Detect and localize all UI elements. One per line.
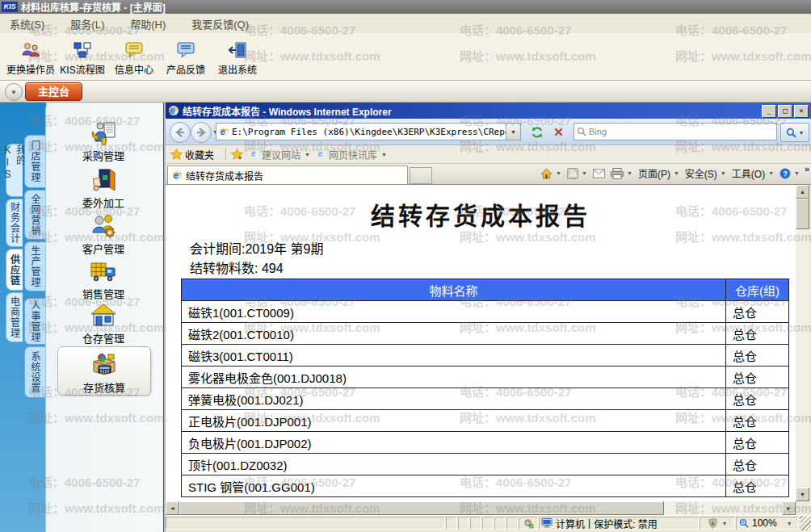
home-button[interactable]: ▼ bbox=[540, 168, 561, 179]
chevron-down-icon: ▼ bbox=[582, 170, 587, 176]
toolbar-button[interactable]: 信息中心 bbox=[108, 38, 160, 77]
warehouse-cell: 总仓 bbox=[726, 388, 789, 410]
menu-item[interactable]: 服务(L) bbox=[67, 15, 107, 33]
toolbar-button[interactable]: 退出系统 bbox=[212, 38, 263, 77]
safety-menu[interactable]: 安全(S)▼ bbox=[685, 166, 726, 180]
table-row: 负电极片(001.DJP002)总仓 bbox=[182, 432, 789, 454]
module-item[interactable]: 客户管理 bbox=[57, 213, 149, 256]
sidebar-outer-tab[interactable]: 供应链 bbox=[6, 249, 23, 291]
add-favorite-button[interactable] bbox=[231, 149, 243, 160]
exit-icon bbox=[228, 40, 247, 61]
scroll-right-icon[interactable]: ► bbox=[782, 501, 796, 515]
material-name-cell: 顶针(001.DZ0032) bbox=[182, 454, 726, 475]
warehouse-cell: 总仓 bbox=[726, 345, 789, 367]
favorites-button[interactable]: 收藏夹 bbox=[170, 148, 214, 161]
sidebar-inner-tab[interactable]: 门店管理 bbox=[24, 135, 45, 188]
read-mail-button[interactable] bbox=[593, 169, 605, 178]
menu-item[interactable]: 系统(S) bbox=[6, 15, 48, 33]
chevron-down-icon: ▼ bbox=[627, 170, 632, 176]
browser-statusbar: 计算机 | 保护模式: 禁用 ▼ 100% ▼ bbox=[166, 515, 811, 530]
report-table: 物料名称 仓库(组) 磁铁1(001.CT0009)总仓磁铁2(001.CT00… bbox=[181, 279, 789, 497]
vertical-scrollbar[interactable]: ▲ ▼ bbox=[796, 185, 809, 501]
scroll-left-icon[interactable]: ◄ bbox=[166, 501, 179, 515]
module-item[interactable]: 销售管理 bbox=[57, 258, 149, 301]
address-text[interactable]: E:\Program Files (x86)\Kingdee\K3ERP\K3E… bbox=[232, 127, 506, 137]
chevron-down-icon: ▼ bbox=[721, 170, 726, 176]
safety-menu-label: 安全(S) bbox=[685, 166, 717, 180]
tab-strip: e 结转存货成本报告 ▼ ▼ ▼ bbox=[166, 164, 811, 185]
sidebar-outer-tab[interactable]: 我的KIS bbox=[6, 144, 23, 197]
help-button[interactable]: ? ▼ bbox=[779, 168, 800, 179]
stop-button[interactable]: ✕ bbox=[548, 123, 569, 142]
minimize-button[interactable]: _ bbox=[762, 105, 776, 118]
app-titlebar: KIS 材料出库核算-存货核算 - [主界面] bbox=[0, 0, 811, 14]
scroll-down-icon[interactable]: ▼ bbox=[796, 488, 809, 501]
warehouse-cell: 总仓 bbox=[726, 301, 789, 323]
statusbar-cell bbox=[482, 517, 494, 530]
print-button[interactable]: ▼ bbox=[611, 168, 632, 179]
toolbar-button[interactable]: KIS流程图 bbox=[57, 38, 108, 77]
report-material-count: 结转物料数: 494 bbox=[190, 258, 284, 277]
menu-item[interactable]: 帮助(H) bbox=[127, 15, 169, 33]
rss-button[interactable]: ▼ bbox=[567, 168, 587, 179]
search-dropdown-icon[interactable]: ▼ bbox=[799, 130, 805, 136]
sidebar-inner-tab[interactable]: 系统设置 bbox=[24, 346, 45, 398]
warehouse-cell: 总仓 bbox=[726, 367, 789, 388]
more-commands-icon[interactable]: » bbox=[805, 164, 809, 174]
browser-navbar: ▼ e E:\Program Files (x86)\Kingdee\K3ERP… bbox=[166, 119, 811, 145]
sidebar: 我的KIS财务会计供应链电商管理门店管理全网营销生产管理人事管理系统设置 bbox=[0, 103, 46, 532]
resize-grip[interactable] bbox=[800, 516, 811, 530]
web-slices-button[interactable]: e 网页快讯库 ▼ bbox=[317, 148, 387, 161]
users-icon bbox=[21, 40, 40, 61]
scroll-up-icon[interactable]: ▲ bbox=[796, 185, 809, 199]
menu-item[interactable]: 我要反馈(Q) bbox=[188, 15, 252, 33]
search-placeholder: Bing bbox=[589, 127, 607, 136]
sidebar-outer-tab[interactable]: 电商管理 bbox=[6, 292, 23, 342]
zone-shield-button[interactable]: ▼ bbox=[700, 517, 735, 530]
search-box[interactable]: Bing bbox=[574, 123, 777, 140]
maximize-button[interactable]: □ bbox=[778, 105, 792, 118]
sidebar-inner-tab[interactable]: 人事管理 bbox=[24, 298, 45, 345]
module-item[interactable]: 采购管理 bbox=[57, 120, 149, 163]
page-menu-label: 页面(P) bbox=[638, 166, 670, 180]
forward-button[interactable] bbox=[191, 122, 212, 143]
svg-text:e: e bbox=[251, 149, 256, 158]
table-header-row: 物料名称 仓库(组) bbox=[182, 279, 789, 301]
console-dropdown-button[interactable]: ▼ bbox=[5, 83, 23, 101]
module-item[interactable]: 仓存管理 bbox=[57, 303, 149, 346]
feedback-icon bbox=[176, 40, 195, 61]
module-item[interactable]: 委外加工 bbox=[57, 167, 149, 210]
tools-menu[interactable]: 工具(O)▼ bbox=[732, 166, 774, 180]
suggested-sites-button[interactable]: e 建议网站 ▼ bbox=[250, 148, 310, 161]
outsourcing-icon bbox=[57, 167, 149, 195]
back-button[interactable] bbox=[170, 122, 191, 143]
chevron-down-icon: ▼ bbox=[768, 170, 774, 176]
warehouse-cell: 总仓 bbox=[726, 323, 789, 345]
table-row: STIG 钢管(001.GG001)总仓 bbox=[182, 475, 789, 497]
chevron-down-icon: ▼ bbox=[305, 152, 310, 157]
page-menu[interactable]: 页面(P)▼ bbox=[638, 166, 679, 180]
vertical-scroll-thumb[interactable] bbox=[796, 199, 809, 229]
search-go-button[interactable]: ▼ bbox=[780, 123, 809, 142]
sidebar-inner-tab[interactable]: 生产管理 bbox=[24, 241, 45, 291]
zoom-control[interactable]: 100% ▼ bbox=[736, 517, 799, 530]
module-item[interactable]: 存货核算 bbox=[57, 346, 151, 396]
kis-logo-icon: KIS bbox=[2, 2, 18, 12]
sidebar-inner-tab[interactable]: 全网营销 bbox=[24, 190, 45, 240]
refresh-button[interactable] bbox=[526, 123, 548, 142]
toolbar-button[interactable]: 产品反馈 bbox=[160, 38, 212, 77]
toolbar-button[interactable]: 更换操作员 bbox=[5, 38, 57, 77]
security-zone-status: 计算机 | 保护模式: 禁用 bbox=[539, 517, 699, 530]
address-bar[interactable]: e E:\Program Files (x86)\Kingdee\K3ERP\K… bbox=[216, 123, 521, 140]
sidebar-outer-tab[interactable]: 财务会计 bbox=[6, 199, 23, 247]
material-name-cell: 正电极片(001.DJP001) bbox=[182, 410, 726, 432]
tab-console[interactable]: 主控台 bbox=[25, 82, 82, 101]
address-dropdown-icon[interactable]: ▼ bbox=[506, 124, 520, 140]
horizontal-scrollbar[interactable]: ◄ ► bbox=[166, 501, 796, 515]
close-button[interactable]: × bbox=[794, 105, 809, 118]
shield-lock-icon bbox=[708, 518, 718, 529]
new-tab-stub[interactable] bbox=[410, 167, 432, 184]
report-period: 会计期间:2019年 第9期 bbox=[190, 238, 323, 258]
horizontal-scroll-thumb[interactable] bbox=[179, 501, 664, 515]
tab-report[interactable]: e 结转存货成本报告 bbox=[167, 165, 408, 184]
